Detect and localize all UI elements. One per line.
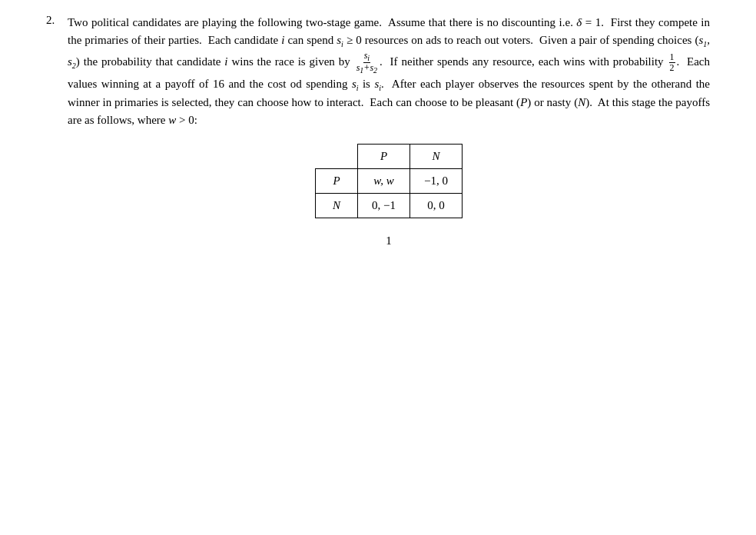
page-number: 1	[68, 232, 710, 250]
s1-s2: s1, s2	[68, 34, 710, 68]
cell-PN: −1, 0	[410, 168, 463, 193]
fraction-half: 1 2	[669, 52, 675, 73]
table-header-row: P N	[316, 144, 463, 168]
fraction-numerator: si	[363, 51, 370, 63]
s-i-3: si	[374, 78, 381, 90]
question-number: 2.	[46, 14, 68, 27]
page-container: 2. Two political candidates are playing …	[0, 0, 756, 535]
table-row-P: P w, w −1, 0	[316, 168, 463, 193]
fraction-denominator: s1+s2	[356, 63, 378, 75]
half-denominator: 2	[669, 63, 675, 73]
table-row-N: N 0, −1 0, 0	[316, 194, 463, 218]
question-content: Two political candidates are playing the…	[68, 14, 710, 251]
candidate-i: i	[281, 34, 284, 46]
col-header-N: N	[410, 144, 463, 168]
s-i: si	[337, 34, 343, 46]
w-var: w	[168, 114, 176, 126]
corner-cell	[316, 144, 358, 168]
half-numerator: 1	[669, 52, 675, 63]
row-header-N: N	[316, 194, 358, 218]
P-label: P	[520, 96, 527, 108]
cell-NN: 0, 0	[410, 194, 463, 218]
N-label: N	[578, 96, 585, 108]
row-header-P: P	[316, 168, 358, 193]
i-var: i	[224, 55, 227, 68]
table-container: P N P w, w −1, 0 N 0, −1 0, 0	[68, 144, 710, 219]
payoff-table: P N P w, w −1, 0 N 0, −1 0, 0	[315, 144, 463, 219]
question-text: Two political candidates are playing the…	[68, 14, 710, 130]
delta-symbol: δ	[576, 16, 582, 28]
cell-PP: w, w	[358, 168, 410, 193]
question-block: 2. Two political candidates are playing …	[46, 14, 710, 251]
col-header-P: P	[358, 144, 410, 168]
fraction-si: si s1+s2	[356, 51, 378, 75]
s-i-2: si	[352, 78, 359, 90]
cell-NP: 0, −1	[358, 194, 410, 218]
